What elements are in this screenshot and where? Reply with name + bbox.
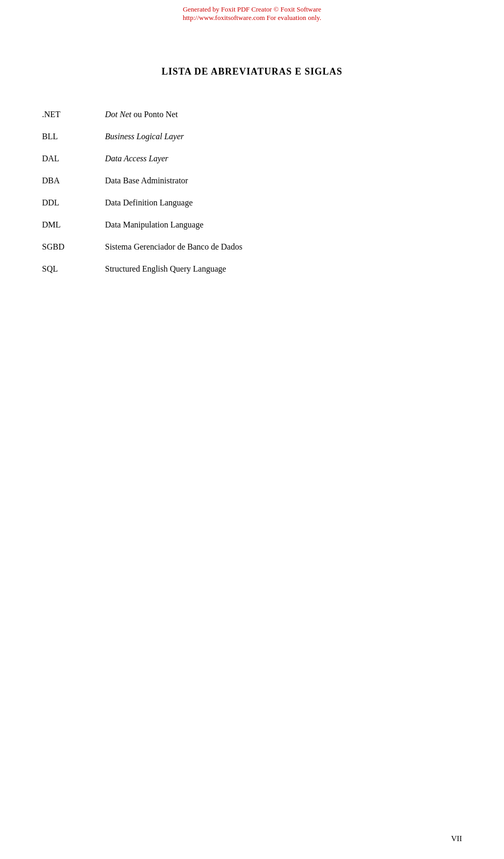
abbr-code: DML: [42, 214, 105, 236]
page-content: LISTA DE ABREVIATURAS E SIGLAS .NETDot N…: [0, 24, 504, 322]
foxit-line1: Generated by Foxit PDF Creator © Foxit S…: [0, 5, 504, 14]
abbr-code: DAL: [42, 148, 105, 170]
table-row: SQLStructured English Query Language: [42, 258, 462, 280]
abbr-code: DBA: [42, 170, 105, 192]
abbr-code: .NET: [42, 104, 105, 126]
table-row: SGBDSistema Gerenciador de Banco de Dado…: [42, 236, 462, 258]
abbr-code: SGBD: [42, 236, 105, 258]
page-number: VII: [451, 834, 462, 843]
abbr-definition: Structured English Query Language: [105, 258, 462, 280]
page-title: LISTA DE ABREVIATURAS E SIGLAS: [42, 66, 462, 77]
abbr-definition: Dot Net ou Ponto Net: [105, 104, 462, 126]
table-row: DMLData Manipulation Language: [42, 214, 462, 236]
abbr-definition: Sistema Gerenciador de Banco de Dados: [105, 236, 462, 258]
foxit-header: Generated by Foxit PDF Creator © Foxit S…: [0, 0, 504, 24]
abbr-code: BLL: [42, 126, 105, 148]
abbr-definition: Data Base Administrator: [105, 170, 462, 192]
page-footer: VII: [451, 834, 462, 843]
table-row: .NETDot Net ou Ponto Net: [42, 104, 462, 126]
table-row: DBAData Base Administrator: [42, 170, 462, 192]
abbr-code: DDL: [42, 192, 105, 214]
abbr-definition: Data Manipulation Language: [105, 214, 462, 236]
abbr-definition: Business Logical Layer: [105, 126, 462, 148]
table-row: DDLData Definition Language: [42, 192, 462, 214]
table-row: BLLBusiness Logical Layer: [42, 126, 462, 148]
abbr-code: SQL: [42, 258, 105, 280]
table-row: DALData Access Layer: [42, 148, 462, 170]
abbr-definition: Data Access Layer: [105, 148, 462, 170]
abbreviation-table: .NETDot Net ou Ponto NetBLLBusiness Logi…: [42, 104, 462, 280]
abbr-definition: Data Definition Language: [105, 192, 462, 214]
foxit-line2: http://www.foxitsoftware.com For evaluat…: [0, 14, 504, 22]
